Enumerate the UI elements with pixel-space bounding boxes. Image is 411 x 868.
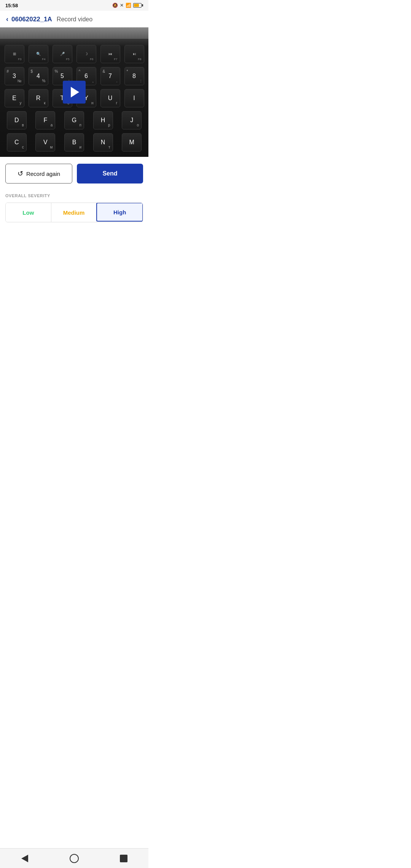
play-icon [71, 87, 79, 97]
key-f6: ☽ F6 [76, 45, 96, 63]
key-d: D в [7, 111, 27, 129]
key-n: N т [93, 133, 113, 152]
app-header: ‹ 06062022_1A Record video [0, 11, 148, 27]
status-icons: 🔕 ✕ 📶 [112, 3, 143, 8]
key-i: I [124, 89, 144, 107]
action-buttons: ↺ Record again Send [0, 157, 148, 190]
severity-high-label: High [113, 209, 126, 215]
video-container: ⊞ F3 🔍 F4 🎤 F5 ☽ F6 ⏮ F7 [0, 27, 148, 157]
key-h: H р [93, 111, 113, 129]
key-m: M [122, 133, 142, 152]
key-r: R к [29, 89, 48, 107]
key-f3: ⊞ F3 [5, 45, 24, 63]
key-f8: ⏯ F8 [124, 45, 144, 63]
key-4: $ 4 % [29, 67, 48, 85]
severity-low-button[interactable]: Low [6, 203, 51, 222]
key-f4: 🔍 F4 [29, 45, 48, 63]
key-f7: ⏮ F7 [100, 45, 120, 63]
keyboard-row-cvbn: C с V м B и N т M [1, 133, 148, 152]
key-g: G п [64, 111, 84, 129]
severity-section-label: OVERALL SEVERITY [5, 193, 143, 198]
header-title-normal: Record video [57, 16, 92, 23]
back-button[interactable]: ‹ [6, 15, 8, 23]
record-again-label: Record again [26, 171, 60, 177]
battery-icon [133, 3, 143, 8]
severity-high-button[interactable]: High [96, 203, 143, 222]
key-j: J о [122, 111, 142, 129]
key-8: * 8 : [124, 67, 144, 85]
wifi-icon: 📶 [126, 3, 131, 8]
key-f: F а [35, 111, 55, 129]
key-u: U г [100, 89, 120, 107]
send-label: Send [102, 170, 117, 177]
severity-low-label: Low [22, 209, 34, 216]
key-3: # 3 № [5, 67, 24, 85]
severity-buttons: Low Medium High [5, 203, 143, 222]
key-c: C с [7, 133, 27, 152]
header-title-bold: 06062022_1A [11, 16, 52, 23]
key-b: B и [64, 133, 84, 152]
record-again-button[interactable]: ↺ Record again [5, 164, 72, 183]
status-time: 15:58 [5, 3, 18, 8]
status-bar: 15:58 🔕 ✕ 📶 [0, 0, 148, 11]
close-icon: ✕ [120, 3, 124, 8]
refresh-icon: ↺ [18, 169, 23, 178]
keyboard-row-fn: ⊞ F3 🔍 F4 🎤 F5 ☽ F6 ⏮ F7 [1, 45, 148, 63]
severity-medium-label: Medium [63, 209, 85, 216]
severity-medium-button[interactable]: Medium [51, 203, 97, 222]
key-f5: 🎤 F5 [53, 45, 72, 63]
play-button[interactable] [63, 81, 86, 104]
keyboard-top-strip [0, 27, 148, 39]
key-7: & 7 . [100, 67, 120, 85]
mute-icon: 🔕 [112, 3, 118, 8]
keyboard-row-dfgh: D в F а G п H р J о [1, 111, 148, 129]
send-button[interactable]: Send [77, 164, 143, 183]
severity-section: OVERALL SEVERITY Low Medium High [0, 190, 148, 230]
key-e: E у [5, 89, 24, 107]
key-v: V м [35, 133, 55, 152]
